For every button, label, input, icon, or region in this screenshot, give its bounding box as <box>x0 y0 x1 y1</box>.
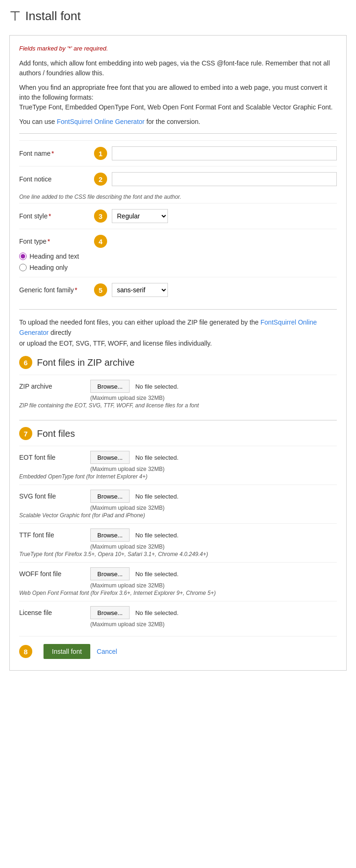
svg-browse-button[interactable]: Browse... <box>90 490 130 503</box>
files-section-header: 7 Font files <box>19 427 337 440</box>
eot-file-row: EOT font file Browse... No file selected… <box>19 446 337 485</box>
zip-label: ZIP archive <box>19 383 85 390</box>
radio-heading-and-text[interactable]: Heading and text <box>19 253 337 260</box>
install-font-icon: ⊤ <box>9 8 21 24</box>
ttf-hint: TrueType font (for Firefox 3.5+, Opera 1… <box>19 551 337 557</box>
intro-line2: When you find an appropriate free font t… <box>19 83 337 112</box>
page-header: ⊤ Install font <box>0 0 356 30</box>
eot-browse-button[interactable]: Browse... <box>90 451 130 464</box>
cancel-link[interactable]: Cancel <box>97 648 117 655</box>
step-badge-1: 1 <box>94 147 107 160</box>
font-notice-hint: One line added to the CSS file describin… <box>19 194 337 200</box>
actions-row: 8 Install font Cancel <box>19 636 337 661</box>
license-file-row: License file Browse... No file selected.… <box>19 601 337 632</box>
font-type-row: Font type* 4 Heading and text Heading on… <box>19 229 337 277</box>
generic-family-label: Generic font family* <box>19 286 94 294</box>
upload-info: To upload the needed font files, you can… <box>19 317 337 348</box>
eot-max-upload: (Maximum upload size 32MB) <box>90 466 337 472</box>
eot-hint: Embedded OpenType font (for Internet Exp… <box>19 473 337 480</box>
install-font-button[interactable]: Install font <box>44 644 90 659</box>
zip-no-file: No file selected. <box>135 383 179 390</box>
main-content: Fields marked by '*' are required. Add f… <box>9 35 347 671</box>
intro-line1: Add fonts, which allow font embedding in… <box>19 58 337 78</box>
zip-section-title: Font files in ZIP archive <box>37 357 135 368</box>
font-name-row: Font name* 1 <box>19 140 337 166</box>
radio-heading-and-text-label: Heading and text <box>29 253 79 260</box>
fontsquirrel-link-intro[interactable]: FontSquirrel Online Generator <box>57 118 145 125</box>
generic-family-row: Generic font family* 5 sans-serif serif … <box>19 277 337 303</box>
zip-section-header: 6 Font files in ZIP archive <box>19 356 337 369</box>
ttf-max-upload: (Maximum upload size 32MB) <box>90 543 337 550</box>
woff-max-upload: (Maximum upload size 32MB) <box>90 582 337 589</box>
zip-file-row-main: ZIP archive Browse... No file selected. <box>19 380 337 393</box>
woff-no-file: No file selected. <box>135 571 179 578</box>
required-note: Fields marked by '*' are required. <box>19 45 337 52</box>
zip-browse-button[interactable]: Browse... <box>90 380 130 393</box>
svg-max-upload: (Maximum upload size 32MB) <box>90 505 337 511</box>
ttf-no-file: No file selected. <box>135 532 179 539</box>
woff-browse-button[interactable]: Browse... <box>90 567 130 580</box>
ttf-file-row-main: TTF font file Browse... No file selected… <box>19 528 337 542</box>
intro-line3: You can use FontSquirrel Online Generato… <box>19 117 337 127</box>
font-name-label: Font name* <box>19 150 94 157</box>
step-badge-3: 3 <box>94 210 107 223</box>
woff-file-row: WOFF font file Browse... No file selecte… <box>19 562 337 601</box>
svg-hint: Scalable Vector Graphic font (for iPad a… <box>19 512 337 519</box>
step-badge-4: 4 <box>94 235 107 248</box>
eot-no-file: No file selected. <box>135 454 179 461</box>
divider-3 <box>19 420 337 420</box>
zip-max-upload: (Maximum upload size 32MB) <box>90 395 337 401</box>
font-notice-input[interactable] <box>112 172 337 186</box>
font-notice-row: Font notice 2 <box>19 166 337 192</box>
woff-label: WOFF font file <box>19 570 85 578</box>
license-label: License file <box>19 609 85 616</box>
radio-heading-only[interactable]: Heading only <box>19 264 337 271</box>
step-badge-8: 8 <box>19 645 32 658</box>
step-badge-6: 6 <box>19 356 32 369</box>
zip-file-row: ZIP archive Browse... No file selected. … <box>19 375 337 413</box>
step-badge-2: 2 <box>94 173 107 186</box>
step-badge-5: 5 <box>94 283 107 297</box>
radio-heading-only-input[interactable] <box>19 264 27 271</box>
license-file-row-main: License file Browse... No file selected. <box>19 606 337 619</box>
radio-heading-only-label: Heading only <box>29 264 68 271</box>
divider-1 <box>19 133 337 134</box>
page-title: Install font <box>25 9 81 23</box>
svg-no-file: No file selected. <box>135 493 179 500</box>
eot-file-row-main: EOT font file Browse... No file selected… <box>19 451 337 464</box>
ttf-browse-button[interactable]: Browse... <box>90 528 130 542</box>
font-name-input[interactable] <box>112 146 337 160</box>
woff-file-row-main: WOFF font file Browse... No file selecte… <box>19 567 337 580</box>
license-no-file: No file selected. <box>135 609 179 616</box>
font-type-header: Font type* 4 <box>19 235 337 248</box>
svg-file-row-main: SVG font file Browse... No file selected… <box>19 490 337 503</box>
eot-label: EOT font file <box>19 454 85 461</box>
files-section-title: Font files <box>37 428 75 439</box>
font-type-label: Font type* <box>19 238 94 245</box>
step-badge-7: 7 <box>19 427 32 440</box>
ttf-file-row: TTF font file Browse... No file selected… <box>19 523 337 562</box>
divider-2 <box>19 309 337 310</box>
license-max-upload: (Maximum upload size 32MB) <box>90 621 337 628</box>
zip-hint: ZIP file containing the EOT, SVG, TTF, W… <box>19 402 337 409</box>
generic-family-select[interactable]: sans-serif serif monospace cursive fanta… <box>112 283 168 297</box>
woff-hint: Web Open Font Format font (for Firefox 3… <box>19 590 337 596</box>
font-type-radio-group: Heading and text Heading only <box>19 253 337 271</box>
font-style-select[interactable]: Regular Bold Italic Bold Italic <box>112 209 168 223</box>
license-browse-button[interactable]: Browse... <box>90 606 130 619</box>
svg-label: SVG font file <box>19 492 85 500</box>
svg-file-row: SVG font file Browse... No file selected… <box>19 485 337 523</box>
font-style-row: Font style* 3 Regular Bold Italic Bold I… <box>19 203 337 229</box>
font-notice-label: Font notice <box>19 175 94 183</box>
ttf-label: TTF font file <box>19 531 85 539</box>
font-style-label: Font style* <box>19 212 94 220</box>
radio-heading-and-text-input[interactable] <box>19 253 27 260</box>
